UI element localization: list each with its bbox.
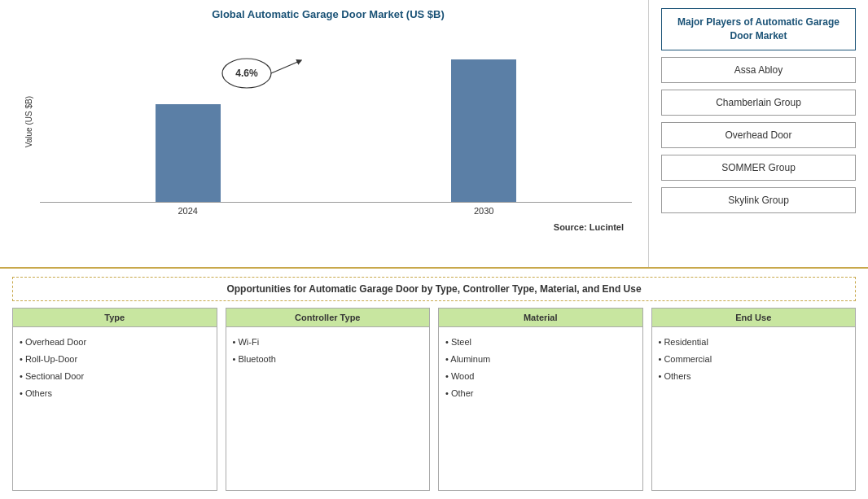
cagr-text: 4.6% — [235, 68, 258, 79]
category-header-material: Material — [438, 308, 643, 327]
category-body-controller: Wi-Fi Bluetooth — [226, 327, 431, 491]
chart-inner: 4.6% — [40, 28, 632, 216]
bottom-section: Opportunities for Automatic Garage Door … — [0, 269, 868, 499]
type-item-1: Overhead Door — [20, 334, 210, 351]
player-2: Chamberlain Group — [661, 90, 856, 116]
chart-title: Global Automatic Garage Door Market (US … — [212, 8, 445, 20]
bars-area: 4.6% — [40, 28, 632, 203]
top-section: Global Automatic Garage Door Market (US … — [0, 0, 868, 269]
chart-wrapper: Value (US $B) 4.6% — [24, 28, 632, 216]
type-item-2: Roll-Up-Door — [20, 351, 210, 368]
player-4: SOMMER Group — [661, 155, 856, 181]
category-header-type: Type — [12, 308, 217, 327]
category-material: Material Steel Aluminum Wood Other — [438, 308, 643, 491]
source-label: Source: Lucintel — [24, 222, 632, 232]
material-item-1: Steel — [445, 334, 636, 351]
x-label-2030: 2030 — [336, 206, 633, 216]
x-label-2024: 2024 — [40, 206, 336, 216]
enduse-item-3: Others — [659, 368, 849, 385]
type-item-4: Others — [20, 385, 210, 402]
svg-line-1 — [271, 61, 300, 73]
category-body-type: Overhead Door Roll-Up-Door Sectional Doo… — [12, 327, 217, 491]
opportunities-title: Opportunities for Automatic Garage Door … — [12, 277, 856, 301]
y-axis-label: Value (US $B) — [24, 96, 33, 147]
categories-row: Type Overhead Door Roll-Up-Door Sectiona… — [12, 308, 856, 491]
category-header-enduse: End Use — [651, 308, 857, 327]
category-controller: Controller Type Wi-Fi Bluetooth — [226, 308, 431, 491]
bar-2030 — [451, 59, 516, 202]
category-header-controller: Controller Type — [226, 308, 431, 327]
player-3: Overhead Door — [661, 122, 856, 148]
controller-item-1: Wi-Fi — [233, 334, 423, 351]
x-labels: 2024 2030 — [40, 203, 632, 216]
player-1: Assa Abloy — [661, 57, 856, 83]
bar-2024 — [156, 104, 221, 202]
players-title: Major Players of Automatic Garage Door M… — [661, 8, 856, 50]
category-enduse: End Use Residential Commercial Others — [651, 308, 857, 491]
player-5: Skylink Group — [661, 187, 856, 213]
type-item-3: Sectional Door — [20, 368, 210, 385]
material-item-2: Aluminum — [445, 351, 636, 368]
material-item-3: Wood — [445, 368, 636, 385]
players-panel: Major Players of Automatic Garage Door M… — [648, 0, 868, 267]
enduse-item-1: Residential — [659, 334, 849, 351]
chart-area: Global Automatic Garage Door Market (US … — [0, 0, 648, 267]
bar-group-2024 — [40, 104, 336, 202]
category-body-material: Steel Aluminum Wood Other — [438, 327, 643, 491]
category-type: Type Overhead Door Roll-Up-Door Sectiona… — [12, 308, 217, 491]
enduse-item-2: Commercial — [659, 351, 849, 368]
main-container: Global Automatic Garage Door Market (US … — [0, 0, 868, 499]
bar-group-2030 — [336, 59, 633, 202]
category-body-enduse: Residential Commercial Others — [651, 327, 857, 491]
arrow-callout-svg: 4.6% — [206, 45, 304, 110]
material-item-4: Other — [445, 385, 636, 402]
controller-item-2: Bluetooth — [233, 351, 423, 368]
